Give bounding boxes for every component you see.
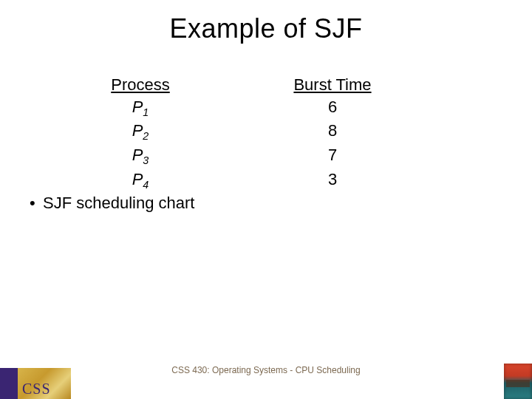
table-row: P1 6 (0, 96, 532, 120)
process-cell: P1 (0, 96, 251, 120)
burst-cell: 7 (251, 144, 414, 168)
header-burst: Burst Time (251, 74, 414, 96)
header-process: Process (0, 74, 251, 96)
burst-cell: 8 (251, 120, 414, 144)
uw-css-logo: CSS (0, 368, 71, 399)
textbook-thumbnail-icon (504, 364, 532, 399)
process-cell: P2 (0, 120, 251, 144)
bullet-item: •SJF scheduling chart (0, 194, 532, 213)
process-cell: P3 (0, 144, 251, 168)
table-row: P2 8 (0, 120, 532, 144)
footer-text: CSS 430: Operating Systems - CPU Schedul… (0, 365, 532, 375)
bullet-icon: • (30, 194, 43, 213)
slide-title: Example of SJF (0, 13, 532, 44)
table-row: P4 3 (0, 168, 532, 193)
uw-stripe-icon (0, 368, 18, 399)
table-header-row: Process Burst Time (0, 74, 532, 96)
css-logo-text: CSS (22, 381, 51, 398)
burst-cell: 3 (251, 168, 414, 193)
table-row: P3 7 (0, 144, 532, 168)
burst-cell: 6 (251, 96, 414, 120)
process-cell: P4 (0, 168, 251, 193)
content-area: Process Burst Time P1 6 P2 8 P3 7 P4 3 •… (0, 74, 532, 213)
